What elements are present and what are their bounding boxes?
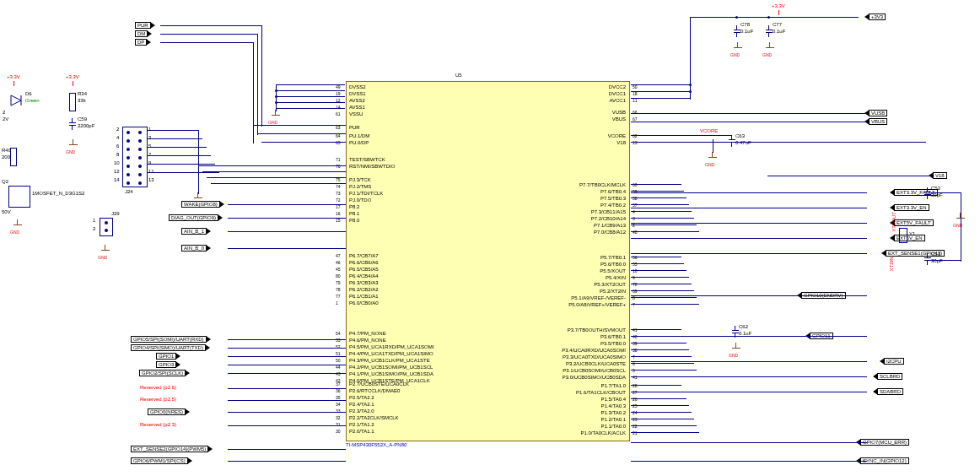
xt2out-label: XT2OUT bbox=[891, 212, 897, 232]
gnd-c77-l: GND bbox=[762, 52, 772, 57]
led-val: Green bbox=[25, 98, 40, 103]
j24-p2: 2 bbox=[116, 127, 119, 132]
net-gpio7: GPIO7(MCU_ERR) bbox=[860, 439, 909, 446]
j29-ref: J29 bbox=[111, 211, 120, 216]
j24-p8: 8 bbox=[116, 152, 119, 157]
net-syncin: SYNC_IN(GPIO12) bbox=[860, 457, 909, 464]
j24-p11: 11 bbox=[148, 169, 154, 174]
c78 bbox=[734, 25, 740, 37]
power-33v-1: +3.3V bbox=[7, 74, 20, 79]
net-gpio5: GPIO5/SPI(SOMI)/UART(RXD) bbox=[131, 336, 207, 343]
net-vusb: VUSB bbox=[869, 110, 887, 116]
c62-ref: C62 bbox=[739, 324, 748, 329]
gnd-label: GND bbox=[268, 120, 277, 125]
j24-p13: 13 bbox=[148, 177, 154, 182]
q2-val: 1MOSFET_N_D3G1S2 bbox=[32, 191, 84, 196]
net-dp: DP bbox=[135, 39, 147, 46]
net-wake: WAKE(GPIO8) bbox=[181, 201, 220, 208]
net-ainb0: AIN_B_0 bbox=[181, 245, 207, 252]
c59-val: 2200pF bbox=[78, 123, 94, 128]
gnd-j29 bbox=[100, 245, 111, 253]
j24-p10: 10 bbox=[114, 160, 120, 165]
r34-val: 33k bbox=[78, 98, 86, 103]
c52 bbox=[924, 187, 931, 199]
c77-val: 0.1uF bbox=[773, 29, 785, 34]
xt2in-label: XT2IN bbox=[889, 257, 894, 271]
net-gpio3: GPIO3 bbox=[156, 361, 176, 368]
gnd-q2 bbox=[12, 219, 24, 228]
c59 bbox=[69, 118, 76, 130]
r40 bbox=[10, 148, 17, 166]
j29-header bbox=[100, 218, 113, 236]
gnd-c63 bbox=[707, 152, 719, 160]
net-dm: DM bbox=[135, 30, 148, 37]
c77-ref: C77 bbox=[773, 22, 782, 27]
xtal-y1 bbox=[899, 228, 907, 243]
j29-p1: 1 bbox=[93, 218, 95, 223]
net-ext33ven: EXT3.3V_EN bbox=[894, 204, 929, 211]
j24-header bbox=[122, 127, 148, 187]
net-gpio2: GPIO2/SPI(SCLK) bbox=[139, 370, 186, 376]
j24-p12: 12 bbox=[114, 169, 120, 174]
led-d6 bbox=[8, 93, 24, 108]
c51-ref: C51 bbox=[931, 252, 940, 257]
net-sdabrd: SDABRD bbox=[877, 388, 903, 395]
gnd-c62-l: GND bbox=[729, 353, 738, 358]
led-ref: D6 bbox=[25, 91, 32, 96]
gnd-c77 bbox=[764, 42, 776, 51]
power-33v-3: +3.3V bbox=[772, 3, 785, 8]
c63-ref: C63 bbox=[735, 133, 745, 138]
q2-ref: Q2 bbox=[2, 179, 8, 184]
net-gpio6: GPIO6/PWM1/SPI(CS) bbox=[131, 457, 188, 464]
net-vbus: VBUS bbox=[869, 118, 887, 125]
gnd-r34 bbox=[67, 139, 79, 148]
r34-ref: R34 bbox=[78, 91, 87, 96]
net-v18: V18 bbox=[933, 172, 947, 179]
net-diag: DIAG_OUT(GPIO9) bbox=[169, 214, 218, 221]
power-33v-2: +3.3V bbox=[66, 74, 79, 79]
gnd-c78-l: GND bbox=[730, 52, 740, 57]
j24-p14: 14 bbox=[114, 177, 120, 182]
c52-ref: C52 bbox=[931, 186, 940, 191]
gnd-c62 bbox=[730, 343, 742, 351]
net-gpio4: GPIO4/SPI(SIMO)/UART(TXD) bbox=[131, 344, 206, 351]
gnd-c63-l: GND bbox=[705, 162, 714, 167]
net-3v3: +3V3 bbox=[869, 14, 886, 20]
c77 bbox=[766, 25, 773, 37]
c63-val: 0.47uF bbox=[735, 140, 751, 145]
net-res23: Reserved (p2.3) bbox=[140, 422, 176, 427]
net-gpio1: GPIO1 bbox=[156, 353, 176, 360]
j24-p4: 4 bbox=[116, 135, 119, 140]
y1-ref: Y1 bbox=[909, 231, 915, 236]
j24-p9: 9 bbox=[148, 160, 151, 165]
c78-val: 0.1uF bbox=[740, 29, 753, 34]
net-pur: PUR bbox=[135, 22, 151, 29]
gnd-c78 bbox=[732, 42, 744, 51]
j29-p2: 2 bbox=[93, 226, 95, 231]
chip-part: TI-MSP430F552X_A-PN80 bbox=[346, 442, 407, 447]
r40-ref: R40 bbox=[2, 148, 11, 153]
j24-p5: 5 bbox=[148, 143, 151, 149]
net-res25: Reserved (p2.5) bbox=[140, 397, 176, 402]
j24-p6: 6 bbox=[116, 143, 119, 149]
c63 bbox=[729, 135, 735, 147]
net-extsense2: EXT_SENSE2(GPIO14)(PWM5) bbox=[131, 446, 208, 452]
net-ainb1: AIN_B_1 bbox=[181, 228, 207, 235]
net-gpio0: GPIO0(NRES) bbox=[148, 408, 186, 415]
gnd-r34-label: GND bbox=[66, 149, 75, 154]
mosfet-q2 bbox=[8, 186, 30, 208]
j24-p7: 7 bbox=[148, 152, 151, 157]
r40-val: 200 bbox=[2, 154, 10, 160]
net-res26: Reserved (p2.6) bbox=[140, 385, 176, 390]
mcu-chip bbox=[346, 81, 630, 441]
q2-volt: 50V bbox=[2, 209, 11, 214]
r34 bbox=[69, 93, 76, 111]
c51-val: 30pF bbox=[931, 258, 943, 263]
c59-ref: C59 bbox=[78, 116, 87, 122]
vcore-label: VCORE bbox=[700, 128, 718, 133]
net-ext5vfault: EXT5V_FAULT bbox=[894, 219, 934, 226]
gnd-j29-label: GND bbox=[98, 255, 107, 260]
j24-p3: 3 bbox=[148, 135, 151, 140]
net-i2cpu: I2CPU bbox=[884, 358, 904, 365]
gnd-q2-label: GND bbox=[10, 230, 19, 235]
